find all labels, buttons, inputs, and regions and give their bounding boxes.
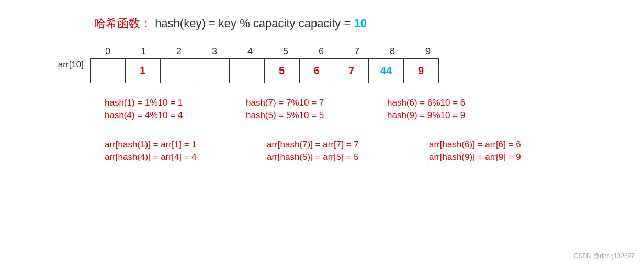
array-index: 8: [375, 46, 410, 57]
lookup-item: arr[hash(9)] = arr[9] = 9: [429, 152, 591, 162]
equation-item: hash(7) = 7%10 = 7: [246, 98, 382, 108]
cell-row: 1567449: [90, 58, 446, 83]
array-index: 7: [339, 46, 375, 57]
lookup-item: arr[hash(6)] = arr[6] = 6: [429, 140, 591, 150]
array-cell: [229, 58, 265, 83]
hash-title: 哈希函数： hash(key) = key % capacity capacit…: [94, 16, 623, 31]
equations-grid: hash(1) = 1%10 = 1hash(7) = 7%10 = 7hash…: [105, 98, 623, 121]
array-index: 2: [161, 46, 197, 57]
capacity-value: 10: [354, 17, 366, 30]
watermark: CSDN @dong132697: [574, 252, 635, 260]
array-cell: [90, 58, 126, 83]
array-cell: 9: [403, 58, 439, 83]
lookup-item: arr[hash(5)] = arr[5] = 5: [267, 152, 429, 162]
array-label: arr[10]: [42, 60, 84, 70]
index-row: 0123456789: [90, 46, 446, 57]
main-container: 哈希函数： hash(key) = key % capacity capacit…: [0, 0, 644, 173]
array-index: 6: [303, 46, 339, 57]
array-section: arr[10] 0123456789 1567449: [42, 46, 623, 83]
equation-item: hash(9) = 9%10 = 9: [387, 110, 523, 121]
array-index: 3: [197, 46, 232, 57]
array-index: 4: [232, 46, 268, 57]
array-cell: [160, 58, 195, 83]
lookups-grid: arr[hash(1)] = arr[1] = 1arr[hash(7)] = …: [105, 140, 623, 162]
lookup-item: arr[hash(1)] = arr[1] = 1: [105, 140, 267, 150]
array-cell: 44: [368, 58, 404, 83]
array-cell: 6: [299, 58, 334, 83]
array-index: 1: [126, 46, 161, 57]
equation-item: hash(5) = 5%10 = 5: [246, 110, 382, 121]
equation-item: hash(4) = 4%10 = 4: [105, 110, 241, 121]
array-cell: 1: [125, 58, 161, 83]
equation-item: hash(6) = 6%10 = 6: [387, 98, 523, 108]
lookup-item: arr[hash(7)] = arr[7] = 7: [267, 140, 429, 150]
array-index: 9: [410, 46, 446, 57]
array-index: 0: [90, 46, 126, 57]
hash-chinese-label: 哈希函数：: [94, 17, 152, 30]
equation-item: hash(1) = 1%10 = 1: [105, 98, 241, 108]
array-index: 5: [268, 46, 303, 57]
hash-formula: hash(key) = key % capacity: [155, 17, 295, 30]
capacity-label: capacity =: [299, 17, 354, 30]
array-cell: [195, 58, 230, 83]
array-cell: 7: [334, 58, 369, 83]
array-wrapper: 0123456789 1567449: [90, 46, 446, 83]
lookup-item: arr[hash(4)] = arr[4] = 4: [105, 152, 267, 162]
array-cell: 5: [264, 58, 300, 83]
